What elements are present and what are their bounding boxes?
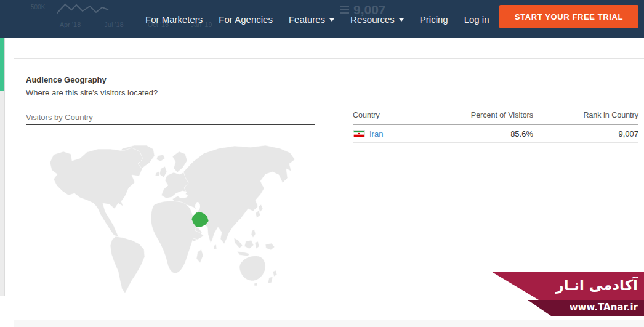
visitors-table: Country Percent of Visitors Rank in Coun… (353, 111, 638, 143)
nav-item-label: For Agencies (219, 14, 273, 25)
col-header-rank: Rank in Country (533, 111, 638, 119)
chevron-down-icon (399, 18, 404, 22)
section-subheading: Where are this site's visitors located? (26, 88, 158, 97)
nav-item-resources[interactable]: Resources (350, 14, 404, 25)
nav-item-login[interactable]: Log in (464, 14, 489, 25)
left-edge-scroll-strip (0, 91, 5, 296)
world-map (46, 143, 311, 294)
section-heading: Audience Geography (26, 75, 107, 84)
nav-item-pricing[interactable]: Pricing (420, 14, 448, 25)
nav-item-label: Log in (464, 14, 489, 25)
nav-item-features[interactable]: Features (289, 14, 334, 25)
visitors-by-country-label: Visitors by Country (26, 113, 93, 122)
page: 500K Apr '18 Jul '18 Oct '18 Jan '19 9,0… (0, 0, 644, 327)
watermark-ribbon: آکادمی انـار www.TAnar.ir (480, 265, 644, 327)
col-header-country: Country (353, 111, 427, 119)
nav-item-for-agencies[interactable]: For Agencies (219, 14, 273, 25)
iran-flag-icon (353, 130, 365, 137)
table-header-row: Country Percent of Visitors Rank in Coun… (353, 111, 638, 125)
country-link-iran[interactable]: Iran (369, 129, 383, 139)
section-divider (14, 58, 644, 59)
nav-item-label: Features (289, 14, 325, 25)
tab-underline (26, 124, 315, 125)
ghost-chart-y-label: 500K (31, 4, 45, 10)
chevron-down-icon (329, 18, 334, 22)
nav-item-label: Pricing (420, 14, 448, 25)
ghost-x-label: Jul '18 (100, 21, 127, 28)
left-edge-green-strip (0, 38, 5, 91)
table-row: Iran 85.6% 9,007 (353, 125, 638, 143)
watermark-brand: آکادمی انـار (556, 272, 638, 300)
nav-item-label: For Marketers (145, 14, 203, 25)
nav-item-for-marketers[interactable]: For Marketers (145, 14, 203, 25)
ghost-chart-line (57, 1, 112, 17)
ghost-x-label: Apr '18 (57, 21, 84, 28)
percent-value: 85.6% (427, 129, 533, 139)
col-header-percent: Percent of Visitors (427, 111, 533, 119)
top-navbar: 500K Apr '18 Jul '18 Oct '18 Jan '19 9,0… (0, 0, 644, 38)
nav-links: For Marketers For Agencies Features Reso… (145, 0, 489, 38)
watermark-website: www.TAnar.ir (570, 300, 638, 316)
country-cell: Iran (353, 129, 427, 139)
nav-item-label: Resources (350, 14, 395, 25)
rank-value: 9,007 (533, 129, 638, 139)
start-free-trial-button[interactable]: START YOUR FREE TRIAL (499, 5, 638, 28)
